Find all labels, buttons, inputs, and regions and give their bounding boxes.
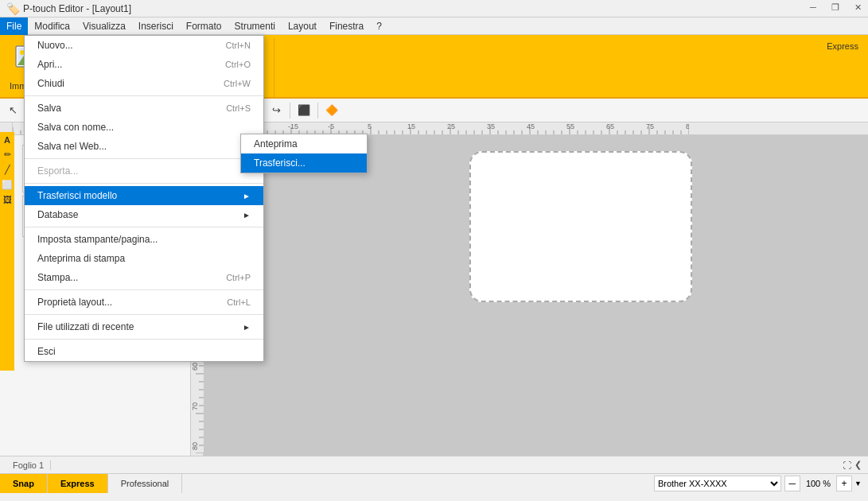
- sep-2: [25, 158, 263, 159]
- tab-snap[interactable]: Snap: [0, 474, 48, 493]
- menu-file[interactable]: File: [0, 17, 28, 35]
- menu-database[interactable]: Database ►: [25, 205, 263, 224]
- menu-inserisci[interactable]: Inserisci: [132, 17, 180, 35]
- menu-finestra[interactable]: Finestra: [323, 17, 370, 35]
- menu-esci[interactable]: Esci: [25, 342, 263, 361]
- zoom-out-button[interactable]: ─: [784, 476, 800, 491]
- menu-salva-nel-web[interactable]: Salva nel Web...: [25, 137, 263, 156]
- statusbar: Foglio 1 ⛶ ❮: [0, 456, 868, 473]
- tool-image[interactable]: 🖼: [3, 195, 12, 204]
- titlebar-title: P-touch Editor - [Layout1]: [23, 3, 131, 14]
- sep-7: [25, 339, 263, 340]
- restore-button[interactable]: ❐: [825, 0, 846, 14]
- menu-salva[interactable]: Salva Ctrl+S: [25, 99, 263, 118]
- statusbar-nav-icon[interactable]: ❮: [854, 460, 862, 470]
- menu-visualizza[interactable]: Visualizza: [76, 17, 132, 35]
- menu-modifica[interactable]: Modifica: [28, 17, 76, 35]
- zoom-controls: ─ 100 % + ▼: [784, 476, 862, 491]
- submenu-trasferisci[interactable]: Trasferisci...: [241, 153, 367, 173]
- sep6: [290, 103, 290, 118]
- menu-help[interactable]: ?: [370, 17, 388, 35]
- sep-6: [25, 314, 263, 315]
- menubar: File Modifica Visualizza Inserisci Forma…: [0, 17, 868, 35]
- menu-proprieta-layout[interactable]: Proprietà layout... Ctrl+L: [25, 293, 263, 312]
- sep-5: [25, 289, 263, 290]
- sep-4: [25, 227, 263, 227]
- foglio-label: Foglio 1: [6, 460, 51, 470]
- menu-anteprima-stampa[interactable]: Anteprima di stampa: [25, 249, 263, 268]
- menu-stampa[interactable]: Stampa... Ctrl+P: [25, 268, 263, 287]
- menu-nuovo[interactable]: Nuovo... Ctrl+N: [25, 36, 263, 55]
- menu-imposta-stampante[interactable]: Imposta stampante/pagina...: [25, 230, 263, 249]
- tab-professional[interactable]: Professional: [108, 474, 183, 493]
- menu-trasferisci-modello[interactable]: Trasferisci modello ►: [25, 186, 263, 205]
- ribbon-express: Express: [820, 38, 865, 97]
- zoom-in-button[interactable]: +: [836, 476, 852, 491]
- statusbar-right: ⛶ ❮: [843, 460, 862, 470]
- menu-file-recenti[interactable]: File utilizzati di recente ►: [25, 317, 263, 336]
- statusbar-zoom-icon[interactable]: ⛶: [843, 460, 851, 470]
- printer-select[interactable]: Brother XX-XXXX: [654, 476, 781, 491]
- tool-line[interactable]: ╱: [5, 165, 10, 175]
- menu-layout[interactable]: Layout: [282, 17, 323, 35]
- bottombar-right: Brother XX-XXXX ─ 100 % + ▼: [648, 476, 868, 491]
- sep-3: [25, 183, 263, 184]
- object-tool[interactable]: 🔶: [322, 101, 341, 120]
- submenu-anteprima[interactable]: Anteprima: [241, 134, 367, 153]
- tool-a[interactable]: A: [4, 135, 10, 145]
- sep-1: [25, 95, 263, 96]
- zoom-dropdown[interactable]: ▼: [854, 480, 862, 487]
- zoom-value: 100 %: [803, 479, 834, 488]
- canvas-area: RD 76mm x 44mm: [204, 135, 868, 456]
- minimize-button[interactable]: ─: [803, 0, 823, 14]
- align-left-tool[interactable]: ⬛: [294, 101, 313, 120]
- menu-esporta[interactable]: Esporta...: [25, 161, 263, 181]
- redo-tool[interactable]: ↪: [267, 101, 286, 120]
- menu-chiudi[interactable]: Chiudi Ctrl+W: [25, 74, 263, 93]
- canvas-content: [469, 151, 692, 302]
- file-dropdown: Nuovo... Ctrl+N Apri... Ctrl+O Chiudi Ct…: [24, 35, 264, 362]
- close-button[interactable]: ✕: [847, 0, 868, 14]
- bottombar: Snap Express Professional Brother XX-XXX…: [0, 473, 868, 492]
- side-toolbar: A ✏ ╱ ⬜ 🖼: [0, 135, 14, 371]
- sep7: [317, 103, 318, 118]
- menu-formato[interactable]: Formato: [180, 17, 228, 35]
- tab-express[interactable]: Express: [48, 474, 108, 493]
- menu-apri[interactable]: Apri... Ctrl+O: [25, 55, 263, 74]
- menu-strumenti[interactable]: Strumenti: [228, 17, 282, 35]
- tool-pencil[interactable]: ✏: [4, 150, 11, 160]
- titlebar: 🏷️ P-touch Editor - [Layout1] ─ ❐ ✕: [0, 0, 868, 17]
- menu-salva-con-nome[interactable]: Salva con nome...: [25, 118, 263, 137]
- cursor-tool[interactable]: ↖: [3, 101, 22, 120]
- app-icon: 🏷️: [6, 2, 20, 15]
- tool-shape[interactable]: ⬜: [2, 180, 13, 190]
- trasferisci-submenu: Anteprima Trasferisci...: [240, 134, 368, 173]
